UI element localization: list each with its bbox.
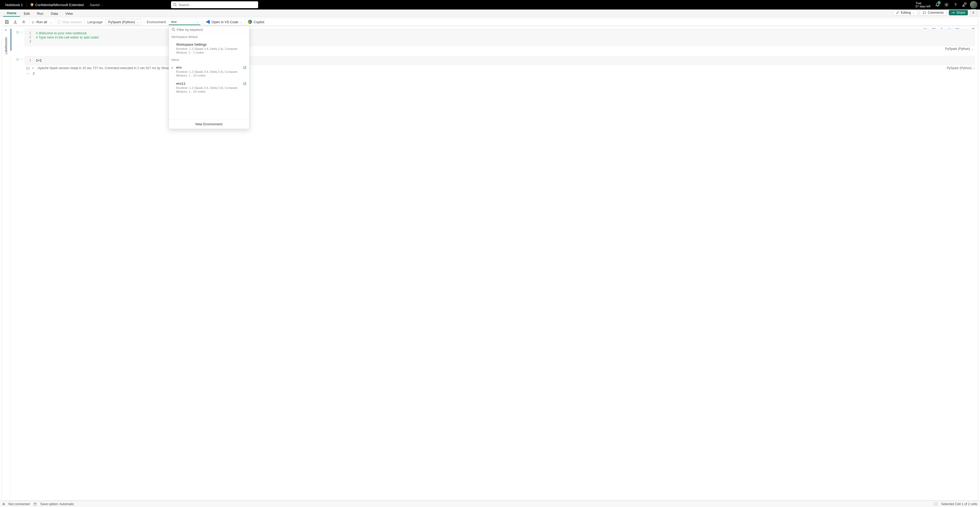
copilot-button[interactable]: Copilot — [248, 20, 264, 24]
cell-language-tag[interactable]: PySpark (Python) ⌄ — [947, 66, 975, 70]
download-icon — [13, 20, 18, 24]
env-filter-row — [169, 26, 249, 33]
comments-button[interactable]: Comments — [920, 10, 947, 16]
share-text: Share — [956, 11, 965, 14]
env-item-sub: Runtime: 1.2 (Spark 3.4, Delta 2.4), Com… — [176, 70, 242, 77]
code-editor[interactable]: 1 1+1 — [25, 56, 975, 65]
output-value: 2 — [33, 72, 35, 75]
tab-edit[interactable]: Edit — [20, 10, 33, 17]
search-input[interactable] — [178, 3, 256, 7]
notifications-button[interactable]: 6 — [933, 0, 942, 9]
environment-dropdown[interactable]: env ⌄ — [169, 19, 200, 25]
saved-status[interactable]: · Saved ⌄ — [86, 3, 105, 7]
tab-run[interactable]: Run — [33, 10, 47, 17]
chevron-down-icon[interactable]: ⌄ — [21, 57, 23, 61]
execution-count: [1] — [26, 66, 30, 70]
stop-icon — [57, 21, 60, 24]
run-cell-button[interactable]: ▷⌄ — [17, 30, 23, 34]
download-button[interactable] — [13, 19, 18, 25]
svg-text:?: ? — [955, 3, 956, 7]
help-button[interactable]: ? — [951, 0, 960, 9]
chevron-down-icon: ⌄ — [240, 20, 242, 24]
expand-side-button[interactable]: » — [5, 28, 7, 32]
language-value: PySpark (Python) — [108, 20, 135, 24]
open-external-icon[interactable] — [243, 82, 247, 86]
new-environment-button[interactable]: New Environment — [169, 119, 249, 129]
trial-line2: 57 days left — [916, 5, 931, 8]
editing-mode-button[interactable]: Editing ⌄ — [893, 10, 918, 16]
comments-text: Comments — [928, 11, 943, 14]
output-menu-icon[interactable]: ⋯ — [26, 72, 30, 75]
tab-data[interactable]: Data — [47, 10, 62, 17]
share-button[interactable]: Share — [949, 10, 968, 15]
env-item-env[interactable]: ✓ env Runtime: 1.2 (Spark 3.4, Delta 2.4… — [169, 63, 249, 79]
tab-view[interactable]: View — [62, 10, 76, 17]
cell-language-tag[interactable]: PySpark (Python) ⌄ — [25, 46, 975, 51]
env-workspace-settings[interactable]: Workspace Settings Runtime: 1.2 (Spark 3… — [169, 40, 249, 56]
open-vscode-button[interactable]: Open in VS Code ⌄ — [206, 20, 242, 24]
notification-badge: 6 — [937, 1, 941, 5]
save-icon — [5, 20, 9, 24]
share-icon — [951, 11, 955, 14]
separator — [29, 19, 30, 24]
cell-body: 1 1+1 [1] ✓ -Apache Spark session ready … — [25, 56, 975, 75]
stop-session-button[interactable]: Stop session — [57, 20, 81, 24]
play-icon: ▷ — [17, 57, 19, 61]
toolbar-ribbon: ▷ Run all ⌄ Stop session Language PySpar… — [2, 18, 978, 26]
svg-line-1 — [176, 6, 177, 6]
cell-gutter: ▷⌄ — [11, 29, 25, 51]
run-all-button[interactable]: ▷ Run all — [32, 20, 47, 24]
save-option-status[interactable]: Save option: Automatic — [40, 502, 74, 506]
connection-status[interactable]: Not connected — [8, 502, 30, 506]
editing-mode-text: Editing — [901, 11, 911, 14]
sensitivity-label[interactable]: Confidential\Microsoft Extended — [28, 3, 86, 7]
search-icon — [172, 28, 175, 32]
selection-status[interactable]: Selected Cell 1 of 2 cells — [941, 502, 977, 506]
gear-icon — [944, 2, 949, 7]
language-label: Language — [88, 20, 103, 24]
run-cell-button[interactable]: ▷⌄ — [17, 57, 23, 61]
run-all-text: Run all — [37, 20, 47, 24]
separator — [84, 19, 85, 24]
search-box[interactable] — [171, 1, 258, 8]
play-icon: ▷ — [32, 20, 35, 24]
svg-point-0 — [174, 3, 176, 6]
ribbon-tabs: Home Edit Run Data View Editing ⌄ Commen… — [0, 10, 980, 17]
env-ws-sub: Runtime: 1.2 (Spark 3.4, Delta 2.4), Com… — [176, 47, 242, 54]
separator — [144, 19, 144, 24]
copilot-text: Copilot — [254, 20, 264, 24]
language-dropdown[interactable]: PySpark (Python) ⌄ — [105, 19, 141, 25]
run-all-chevron[interactable]: ⌄ — [49, 20, 52, 24]
line-number: 1 — [27, 58, 31, 62]
shield-icon — [30, 3, 34, 6]
trial-line1: Trial: — [916, 2, 931, 5]
env-item-env11[interactable]: env11 Runtime: 1.2 (Spark 3.4, Delta 2.4… — [169, 79, 249, 95]
gear-icon — [22, 20, 26, 24]
svg-point-2 — [946, 4, 947, 6]
side-lakehouses-label[interactable]: Lakehouses — [4, 37, 8, 54]
code-cell-2[interactable]: ▷⌄ 1 1+1 [1] ✓ -Apache Spark session rea… — [11, 56, 975, 75]
svg-line-9 — [174, 30, 175, 32]
chevron-down-icon: ⌄ — [971, 47, 974, 51]
cell-status-row: [1] ✓ -Apache Spark session ready in 15 … — [25, 65, 975, 70]
pencil-icon — [896, 11, 899, 14]
person-feedback-icon — [962, 2, 967, 7]
env-ws-name: Workspace Settings — [176, 43, 242, 46]
avatar[interactable] — [970, 1, 977, 8]
notebook-title[interactable]: Notebook 1 — [3, 3, 25, 7]
presence-button[interactable] — [970, 9, 977, 16]
trial-indicator[interactable]: Trial: 57 days left — [916, 2, 931, 8]
code-cell-1[interactable]: ▷⌄ 1 # Welcome to your new notebook 2 # … — [11, 29, 975, 51]
separator — [245, 19, 245, 24]
code-editor[interactable]: 1 # Welcome to your new notebook 2 # Typ… — [25, 29, 975, 46]
settings-button[interactable] — [942, 0, 951, 9]
env-filter-input[interactable] — [177, 28, 247, 32]
open-external-icon[interactable] — [243, 66, 247, 69]
saved-text: · Saved — [88, 3, 100, 7]
line-number: 2 — [27, 35, 31, 39]
feedback-button[interactable] — [960, 0, 969, 9]
save-button[interactable] — [4, 19, 10, 25]
tab-home[interactable]: Home — [3, 10, 20, 17]
settings-ribbon-button[interactable] — [21, 19, 27, 25]
chevron-down-icon[interactable]: ⌄ — [21, 30, 23, 34]
